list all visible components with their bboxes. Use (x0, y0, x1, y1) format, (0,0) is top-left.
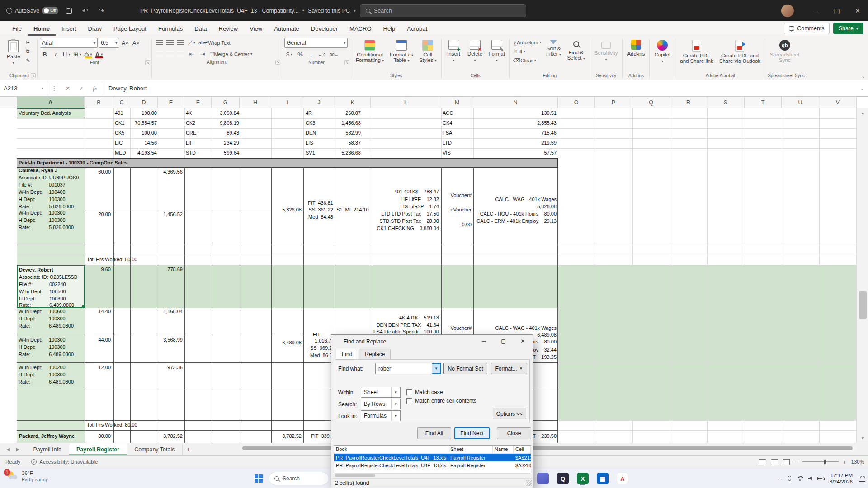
column-header-T[interactable]: T (745, 97, 782, 108)
increase-decimal-button[interactable]: ←.0 (317, 50, 327, 59)
taskbar-acrobat[interactable]: A (615, 471, 630, 486)
ribbon-tab-view[interactable]: View (244, 21, 268, 36)
percent-button[interactable]: % (295, 50, 305, 59)
wrap-text-button[interactable]: ab↵ Wrap Text (198, 38, 231, 47)
tab-find[interactable]: Find (336, 348, 358, 359)
column-header-U[interactable]: U (782, 97, 819, 108)
look-in-dropdown-icon[interactable]: ▼ (391, 411, 400, 421)
fill-handle[interactable] (82, 305, 85, 308)
insert-function-icon[interactable]: fx (88, 80, 102, 96)
create-pdf-share-outlook-button[interactable]: Create PDF andShare via Outlook (717, 38, 763, 64)
ribbon-tab-formulas[interactable]: Formulas (152, 21, 189, 36)
addins-button[interactable]: Add-ins (625, 38, 647, 57)
copy-button[interactable]: ⧉ (25, 47, 35, 56)
column-header-V[interactable]: V (819, 97, 857, 108)
find-all-button[interactable]: Find All (417, 427, 451, 439)
collapse-ribbon-icon[interactable]: ⌄ (862, 74, 865, 79)
autosave-toggle[interactable]: AutoSave Off (6, 7, 58, 14)
column-header-O[interactable]: O (558, 97, 595, 108)
taskbar-app-4[interactable]: ▦ (595, 471, 610, 486)
normal-view-icon[interactable] (759, 459, 766, 465)
share-button[interactable]: Share▾ (833, 23, 863, 34)
ribbon-tab-automate[interactable]: Automate (268, 21, 305, 36)
sheet-tab-company-totals[interactable]: Company Totals (127, 443, 182, 455)
minimize-button[interactable]: ─ (806, 0, 826, 21)
align-middle-button[interactable] (165, 38, 175, 47)
decrease-font-button[interactable]: A˅ (131, 38, 141, 48)
column-header-R[interactable]: R (670, 97, 707, 108)
sheet-nav-left-icon[interactable]: ◀ (6, 447, 10, 452)
results-header-sheet[interactable]: Sheet (448, 446, 493, 453)
start-button[interactable] (251, 471, 266, 486)
decrease-decimal-button[interactable]: .00→ (328, 50, 340, 59)
ribbon-tab-file[interactable]: File (6, 21, 28, 36)
maximize-button[interactable]: ▢ (826, 0, 847, 21)
create-pdf-share-link-button[interactable]: Create PDFand Share link (678, 38, 716, 64)
column-header-E[interactable]: E (158, 97, 184, 108)
dialog-minimize-button[interactable]: ─ (474, 335, 494, 347)
column-header-G[interactable]: G (212, 97, 240, 108)
ribbon-tab-home[interactable]: Home (28, 21, 56, 36)
zoom-in-icon[interactable]: + (843, 459, 847, 465)
expand-formula-bar-icon[interactable]: ⌄ (856, 80, 868, 96)
confirm-entry-icon[interactable]: ✓ (75, 80, 88, 96)
copilot-button[interactable]: Copilot▾ (652, 38, 673, 65)
ribbon-tab-draw[interactable]: Draw (82, 21, 108, 36)
column-header-S[interactable]: S (707, 97, 745, 108)
paste-button[interactable]: Paste▾ (4, 38, 24, 66)
column-header-F[interactable]: F (184, 97, 212, 108)
column-header-L[interactable]: L (371, 97, 441, 108)
sheet-tab-payroll-register[interactable]: Payroll Register (69, 443, 127, 455)
comma-button[interactable]: , (306, 50, 316, 59)
no-format-set-button[interactable]: No Format Set (443, 363, 487, 374)
fill-button[interactable]: ⤓ Fill▾ (512, 47, 542, 56)
find-result-row[interactable]: PR_PayrollRegisterCheckLevelTotals_U4F_1… (334, 454, 531, 461)
saved-status[interactable]: Saved to this PC (308, 8, 350, 14)
find-result-row[interactable]: PR_PayrollRegisterCheckLevelTotals_U4F_1… (334, 461, 531, 469)
within-dropdown-icon[interactable]: ▼ (391, 387, 400, 397)
zoom-slider-thumb[interactable] (824, 460, 826, 464)
font-dialog-launcher[interactable]: ↘ (145, 60, 150, 65)
find-what-input[interactable]: rober ▼ (375, 363, 441, 374)
new-sheet-button[interactable]: + (183, 443, 194, 455)
taskbar-app-2[interactable]: Q (556, 471, 570, 486)
within-dropdown[interactable]: Sheet▼ (361, 387, 401, 398)
align-bottom-button[interactable] (176, 38, 186, 47)
column-header-D[interactable]: D (130, 97, 158, 108)
notifications-icon[interactable] (860, 476, 865, 481)
cell-styles-button[interactable]: CellStyles ▾ (417, 38, 439, 64)
dialog-close-button[interactable]: ✕ (513, 335, 533, 347)
align-top-button[interactable] (154, 38, 164, 47)
column-header-H[interactable]: H (240, 97, 271, 108)
spreadsheet-sync-button[interactable]: qb SpreadsheetSync (768, 38, 802, 63)
weather-widget[interactable]: 1 36°FPartly sunny (3, 469, 52, 483)
match-case-box[interactable] (406, 389, 412, 395)
search-box[interactable]: Search (360, 4, 526, 17)
column-header-K[interactable]: K (335, 97, 371, 108)
cancel-entry-icon[interactable]: ✕ (61, 80, 75, 96)
taskbar-clock[interactable]: 12:17 PM3/24/2026 (830, 472, 853, 485)
vertical-scroll-thumb[interactable] (859, 291, 867, 319)
undo-button[interactable]: ↶ (79, 5, 91, 17)
bold-button[interactable]: B (40, 50, 50, 59)
sheet-tab-payroll-info[interactable]: Payroll Info (26, 443, 69, 455)
delete-cells-button[interactable]: Delete▾ (465, 38, 485, 64)
dialog-resize-grip[interactable] (526, 480, 532, 486)
results-header-book[interactable]: Book (334, 446, 448, 453)
column-header-P[interactable]: P (595, 97, 632, 108)
options-button[interactable]: Options << (493, 408, 526, 419)
ribbon-tab-acrobat[interactable]: Acrobat (401, 21, 433, 36)
underline-button[interactable]: U▾ (61, 50, 71, 59)
results-header-name[interactable]: Name (493, 446, 514, 453)
results-horizontal-scrollbar[interactable] (334, 473, 531, 477)
column-header-B[interactable]: B (85, 97, 113, 108)
search-dropdown[interactable]: By Rows▼ (361, 399, 401, 409)
ribbon-tab-page-layout[interactable]: Page Layout (108, 21, 152, 36)
avatar[interactable] (781, 5, 794, 17)
font-family-combobox[interactable]: Arial▾ (40, 38, 98, 48)
zoom-level[interactable]: 130% (851, 459, 864, 465)
clipboard-dialog-launcher[interactable]: ↘ (31, 73, 36, 78)
column-header-N[interactable]: N (473, 97, 558, 108)
page-break-view-icon[interactable] (783, 459, 790, 465)
match-entire-box[interactable] (406, 398, 412, 404)
